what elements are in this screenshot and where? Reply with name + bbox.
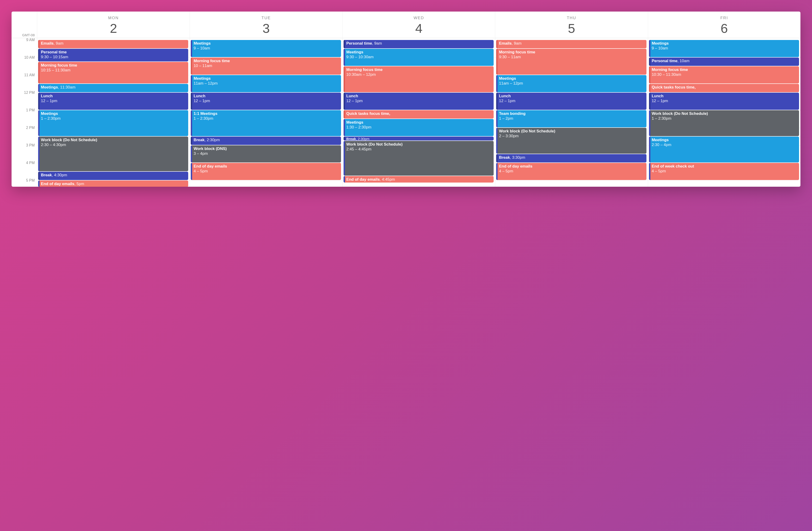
calendar-event[interactable]: Meetings9 – 10am	[191, 40, 341, 57]
calendar-event[interactable]: Meetings1:30 – 2:30pm	[344, 119, 494, 136]
event-title: Lunch	[193, 94, 205, 98]
hour-label: 3 PM	[26, 143, 35, 147]
calendar-event[interactable]: Meetings11am – 12pm	[496, 75, 646, 92]
calendar-event[interactable]: Morning focus time9:30 – 11am	[496, 49, 646, 75]
calendar-event[interactable]: 1:1 Meetings1 – 2:30pm	[191, 110, 341, 136]
hour-label: 5 PM	[26, 178, 35, 182]
event-time: 2:30pm	[356, 137, 369, 141]
calendar-event[interactable]: Meetings2:30 – 4pm	[649, 136, 799, 162]
event-title: Work block (Do Not Schedule)	[499, 129, 555, 133]
calendar-event[interactable]: Morning focus time10 – 11am	[191, 58, 341, 75]
day-column[interactable]: Personal time9amMeetings9:30 – 10:30amMo…	[343, 38, 495, 187]
event-time: 4:30pm	[52, 173, 67, 177]
calendar-grid[interactable]: Emails9amPersonal time9:30 – 10:15amMorn…	[37, 38, 800, 187]
calendar-event[interactable]: Meetings1 – 2:30pm	[38, 110, 188, 136]
calendar-event[interactable]: Break2:30pm	[191, 136, 341, 145]
event-time: 9am	[54, 41, 63, 45]
event-time: 2:30pm	[205, 138, 220, 142]
calendar-event[interactable]: Lunch12 – 1pm	[38, 93, 188, 110]
day-abbr: TUE	[190, 16, 342, 20]
day-abbr: FRI	[648, 16, 800, 20]
calendar-event[interactable]: Lunch12 – 1pm	[649, 93, 799, 110]
calendar-event[interactable]: Morning focus time10:15 – 11:30am	[38, 62, 188, 84]
calendar-event[interactable]: Personal time10am	[649, 58, 799, 66]
event-title: 1:1 Meetings	[193, 112, 217, 116]
hour-label: 11 AM	[24, 73, 35, 77]
calendar-event[interactable]: Work block (Do Not Schedule)1 – 2:30pm	[649, 110, 799, 136]
event-title: Lunch	[499, 94, 511, 98]
day-number: 5	[495, 21, 648, 35]
event-time: 1 – 2pm	[499, 116, 513, 121]
calendar-event[interactable]: Break3:30pm	[496, 154, 646, 162]
event-time: 2 – 3:30pm	[499, 134, 519, 138]
event-time: 10am	[678, 59, 690, 63]
calendar-header: GMT-08 MON 2TUE 3WED 4THU 5FRI 6	[12, 12, 800, 38]
event-title: Work block (DNS)	[193, 147, 227, 151]
day-column[interactable]: Emails9amPersonal time9:30 – 10:15amMorn…	[37, 38, 190, 187]
event-time: 2:30 – 4pm	[652, 143, 671, 147]
calendar-event[interactable]: Meetings11:30am	[38, 84, 188, 92]
event-title: End of day emails	[346, 177, 380, 182]
calendar-event[interactable]: Quick tasks focus time,	[649, 84, 799, 92]
calendar-event[interactable]: Emails9am	[496, 40, 646, 48]
day-column[interactable]: Meetings9 – 10amMorning focus time10 – 1…	[190, 38, 342, 187]
calendar-event[interactable]: Meetings11am – 12pm	[191, 75, 341, 92]
day-number: 3	[190, 21, 342, 35]
calendar-event[interactable]: Break4:30pm	[38, 172, 188, 180]
day-column[interactable]: Emails9amMorning focus time9:30 – 11amMe…	[495, 38, 648, 187]
calendar-event[interactable]: End of day emails5pm	[38, 180, 188, 187]
event-time: 10 – 11am	[193, 63, 212, 68]
calendar-event[interactable]: Break2:30pm	[344, 136, 494, 141]
calendar-event[interactable]: Lunch12 – 1pm	[496, 93, 646, 110]
calendar-event[interactable]: Work block (Do Not Schedule)2 – 3:30pm	[496, 128, 646, 154]
day-header[interactable]: TUE 3	[190, 12, 342, 38]
day-header[interactable]: THU 5	[495, 12, 648, 38]
event-time: 3:30pm	[510, 155, 525, 160]
event-title: Morning focus time	[41, 63, 77, 68]
event-title: Work block (Do Not Schedule)	[41, 138, 97, 142]
event-title: Team bonding	[499, 112, 525, 116]
hour-label: 2 PM	[26, 126, 35, 130]
calendar-week-view: GMT-08 MON 2TUE 3WED 4THU 5FRI 6 9 AM10 …	[12, 12, 800, 187]
event-title: Lunch	[346, 94, 358, 98]
event-title: Work block (Do Not Schedule)	[346, 142, 403, 147]
calendar-event[interactable]: Morning focus time10:30am – 12pm	[344, 66, 494, 92]
day-column[interactable]: Meetings9 – 10amPersonal time10amMorning…	[648, 38, 800, 187]
calendar-event[interactable]: Quick tasks focus time,	[344, 110, 494, 119]
calendar-event[interactable]: Team bonding1 – 2pm	[496, 110, 646, 127]
event-title: End of week check out	[652, 164, 694, 168]
event-time: 2:45 – 4:45pm	[346, 147, 372, 151]
event-title: Quick tasks focus time,	[346, 112, 390, 116]
event-title: Personal time	[41, 50, 67, 54]
calendar-event[interactable]: Emails9am	[38, 40, 188, 48]
calendar-event[interactable]: End of day emails4 – 5pm	[496, 163, 646, 180]
event-time: 9am	[372, 41, 382, 45]
day-header[interactable]: WED 4	[343, 12, 495, 38]
calendar-event[interactable]: Meetings9 – 10am	[649, 40, 799, 57]
calendar-event[interactable]: Personal time9:30 – 10:15am	[38, 49, 188, 61]
event-time: 2:30 – 4:30pm	[41, 143, 66, 147]
calendar-event[interactable]: End of day emails4:45pm	[344, 176, 494, 182]
calendar-event[interactable]: Work block (Do Not Schedule)2:30 – 4:30p…	[38, 136, 188, 171]
event-title: Meetings	[41, 112, 58, 116]
calendar-event[interactable]: Meetings9:30 – 10:30am	[344, 49, 494, 66]
calendar-event[interactable]: Lunch12 – 1pm	[344, 93, 494, 110]
hour-label: 9 AM	[26, 38, 35, 42]
event-time: 3 – 4pm	[193, 151, 208, 156]
event-time: 4 – 5pm	[652, 169, 666, 173]
calendar-event[interactable]: Personal time9am	[344, 40, 494, 48]
day-header[interactable]: FRI 6	[648, 12, 800, 38]
event-title: End of day emails	[193, 164, 227, 168]
calendar-event[interactable]: Work block (Do Not Schedule)2:45 – 4:45p…	[344, 141, 494, 176]
day-header[interactable]: MON 2	[37, 12, 190, 38]
event-time: 4 – 5pm	[193, 169, 208, 173]
calendar-event[interactable]: Morning focus time10:30 – 11:30am	[649, 66, 799, 84]
calendar-event[interactable]: Lunch12 – 1pm	[191, 93, 341, 110]
event-time: 9:30 – 11am	[499, 55, 521, 59]
calendar-event[interactable]: End of week check out4 – 5pm	[649, 163, 799, 180]
calendar-event[interactable]: Work block (DNS)3 – 4pm	[191, 145, 341, 162]
timezone-gutter: GMT-08	[12, 12, 37, 38]
calendar-event[interactable]: End of day emails4 – 5pm	[191, 163, 341, 180]
event-title: Meetings	[652, 41, 669, 45]
event-time: 5pm	[74, 182, 84, 186]
